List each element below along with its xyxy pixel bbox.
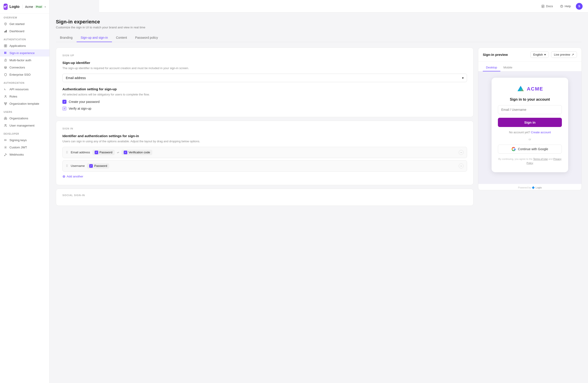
preview-terms-link[interactable]: Terms of Use (533, 158, 548, 160)
docs-button[interactable]: Docs (539, 3, 555, 9)
docs-icon (541, 5, 545, 8)
checkbox-verify-signup[interactable]: ✓ Verify at sign-up (63, 106, 467, 111)
sidebar-item-enterprise-sso[interactable]: Enterprise SSO (0, 71, 49, 78)
lock-icon (4, 58, 7, 62)
user-avatar[interactable]: S (576, 3, 583, 10)
signup-auth-desc: All selected actions will be obligatory … (63, 92, 467, 97)
signin-email-vcode-tag[interactable]: ✓ Verification code (122, 150, 152, 155)
acme-badge[interactable]: Acme Prod ▾ (25, 5, 46, 9)
sidebar-item-signing-keys[interactable]: Signing keys (0, 137, 49, 144)
add-another-icon: ⊕ (63, 174, 65, 179)
grid-icon (4, 51, 7, 55)
logto-brand-text: 🔷 Logto (532, 186, 542, 189)
signin-identifier-desc: Users can sign in using any of the optio… (63, 139, 467, 144)
checkbox-verify-signup-label: Verify at sign-up (69, 107, 91, 110)
remove-username-row-button[interactable]: − (459, 163, 464, 168)
sidebar-item-enterprise-sso-label: Enterprise SSO (9, 73, 31, 76)
signin-username-password-tag[interactable]: ✓ Password (87, 163, 109, 169)
help-icon (560, 5, 563, 8)
content-columns: SIGN UP Sign-up identifier The sign-up i… (56, 47, 582, 206)
svg-point-2 (5, 23, 6, 24)
sidebar-item-user-management-label: User management (9, 124, 35, 127)
language-select[interactable]: English ▾ (530, 51, 549, 58)
google-btn-label: Continue with Google (518, 147, 548, 151)
preview-controls: English ▾ Live preview ↗ (530, 51, 577, 58)
sidebar-section-users: USERS Organizations User management (0, 108, 49, 130)
live-preview-button[interactable]: Live preview ↗ (551, 51, 577, 58)
svg-point-27 (5, 124, 6, 125)
add-another-button[interactable]: ⊕ Add another (63, 174, 467, 179)
svg-point-37 (562, 7, 562, 7)
drag-handle-username[interactable]: ⠿ (66, 164, 68, 168)
svg-rect-6 (4, 45, 5, 46)
help-label: Help (565, 4, 571, 8)
acme-logo-icon (517, 85, 525, 93)
social-signin-card: SOCIAL SIGN-IN (56, 189, 474, 206)
sidebar-header: Logto Acme Prod ▾ (0, 0, 49, 14)
swap-arrows-icon: ⇌ (117, 151, 119, 154)
help-button[interactable]: Help (558, 3, 573, 9)
signup-identifier-desc: The sign-up identifier is required for a… (63, 66, 467, 70)
sidebar-item-custom-jwt[interactable]: Custom JWT (0, 144, 49, 151)
sidebar-item-api-resources-label: API resources (9, 88, 29, 91)
checkbox-verify-signup-box: ✓ (63, 106, 66, 111)
select-chevron-icon: ▾ (462, 76, 464, 80)
add-another-label: Add another (67, 175, 83, 178)
svg-point-28 (6, 124, 6, 125)
svg-point-30 (5, 147, 6, 148)
preview-logo: ACME (517, 85, 543, 93)
sidebar-item-mfa-label: Multi-factor auth (9, 59, 31, 62)
sidebar-item-organizations[interactable]: Organizations (0, 115, 49, 122)
sidebar-item-sign-in-experience[interactable]: Sign-in experience (0, 49, 49, 57)
preview-header: Sign-in preview English ▾ Live preview ↗ (478, 48, 582, 62)
sidebar-item-applications[interactable]: Applications (0, 42, 49, 49)
main-content: Sign-in experience Customize the sign in… (50, 13, 588, 383)
tab-branding[interactable]: Branding (56, 34, 77, 42)
tab-password-policy[interactable]: Password policy (131, 34, 162, 42)
svg-rect-17 (4, 102, 5, 103)
page-title: Sign-in experience (56, 19, 582, 25)
remove-email-row-button[interactable]: − (459, 150, 464, 155)
sidebar-item-roles[interactable]: Roles (0, 93, 49, 100)
app-container: Logto Acme Prod ▾ OVERVIEW Get started (0, 0, 588, 383)
gear-icon (4, 145, 7, 149)
sidebar-item-webhooks[interactable]: Webhooks (0, 151, 49, 158)
signup-identifier-select[interactable]: Email address ▾ (63, 74, 467, 82)
preview-powered-by: Powered by 🔷 Logto (478, 184, 582, 190)
preview-create-account-link[interactable]: Create account (531, 131, 551, 134)
preview-title: Sign-in preview (483, 53, 508, 57)
sidebar-item-get-started[interactable]: Get started (0, 20, 49, 27)
signin-card: SIGN IN Identifier and authentication se… (56, 121, 474, 185)
signup-auth-title: Authentication setting for sign-up (63, 87, 467, 91)
tab-content[interactable]: Content (112, 34, 131, 42)
sidebar-item-mfa[interactable]: Multi-factor auth (0, 57, 49, 64)
sidebar-section-developer: DEVELOPER Signing keys Custom JWT Webhoo… (0, 130, 49, 159)
preview-email-input[interactable] (498, 105, 562, 114)
sidebar-item-dashboard-label: Dashboard (9, 29, 24, 33)
signin-email-password-checkbox: ✓ (95, 151, 98, 154)
svg-rect-19 (5, 104, 6, 105)
preview-tab-desktop[interactable]: Desktop (483, 64, 500, 71)
sidebar-item-org-template[interactable]: Organization template (0, 100, 49, 107)
sidebar-item-api-resources[interactable]: API resources (0, 85, 49, 93)
tab-sign-up-sign-in[interactable]: Sign-up and sign-in (77, 34, 112, 42)
sidebar-item-dashboard[interactable]: Dashboard (0, 27, 49, 35)
sidebar-item-applications-label: Applications (9, 44, 26, 47)
signin-identifier-title: Identifier and authentication settings f… (63, 134, 467, 138)
sidebar-item-connectors[interactable]: Connectors (0, 64, 49, 71)
sidebar-section-overview: OVERVIEW Get started Dashboard (0, 14, 49, 36)
plug-icon (4, 65, 7, 69)
users-icon (4, 124, 7, 127)
sidebar-section-authz: AUTHORIZATION API resources Roles Organi… (0, 79, 49, 108)
svg-rect-1 (6, 5, 7, 6)
external-link-icon: ↗ (571, 53, 574, 56)
svg-rect-18 (6, 102, 7, 103)
svg-rect-9 (6, 46, 7, 47)
drag-handle-email[interactable]: ⠿ (66, 151, 68, 154)
signin-email-password-tag[interactable]: ✓ Password (92, 150, 115, 155)
sidebar-item-user-management[interactable]: User management (0, 122, 49, 129)
svg-rect-4 (5, 31, 6, 32)
preview-tab-mobile[interactable]: Mobile (500, 64, 516, 71)
checkbox-create-password[interactable]: ✓ Create your password (63, 100, 467, 104)
svg-rect-11 (5, 52, 6, 53)
